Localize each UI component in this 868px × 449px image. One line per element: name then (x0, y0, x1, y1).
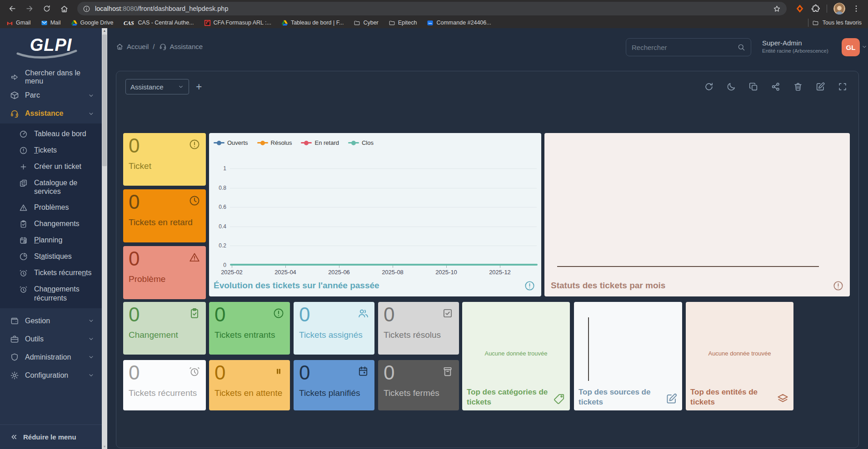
top-categories-card[interactable]: Aucune donnée trouvée Top des catégories… (462, 302, 570, 410)
alert-circle-icon[interactable] (833, 280, 844, 291)
copy-icon[interactable] (748, 82, 758, 92)
bookmark-mail[interactable]: Mail (41, 20, 61, 26)
reload-button[interactable] (39, 1, 55, 16)
legend-item-clos[interactable]: Clos (348, 139, 374, 146)
browser-toolbar: localhost:8080/front/dashboard_helpdesk.… (0, 0, 868, 17)
legend-item-en-retard[interactable]: En retard (301, 139, 339, 146)
submenu-creer-un-ticket[interactable]: Créer un ticket (0, 158, 102, 175)
bookmark-gmail[interactable]: Gmail (6, 20, 31, 26)
scrollbar-thumb[interactable] (102, 35, 107, 166)
bookmark-star-icon[interactable] (773, 5, 781, 13)
counter-card-tickets-assignes[interactable]: 0 Tickets assignés (294, 302, 374, 355)
dashboard-selector[interactable]: Assistance (125, 79, 189, 94)
extensions-puzzle-icon[interactable] (811, 4, 820, 13)
url-bar[interactable]: localhost:8080/front/dashboard_helpdesk.… (77, 2, 787, 15)
evolution-chart-card[interactable]: Ouverts Résolus En retard Clos 1 0.8 0.6… (209, 133, 541, 296)
legend-item-ouverts[interactable]: Ouverts (214, 139, 248, 146)
counter-card-tickets-resolus[interactable]: 0 Tickets résolus (378, 302, 459, 355)
trash-icon[interactable] (793, 82, 803, 92)
counter-card-changement[interactable]: 0 Changement (123, 302, 206, 355)
counter-card-tickets-recurrents[interactable]: 0 Tickets récurrents (123, 360, 206, 410)
breadcrumb-assistance[interactable]: Assistance (159, 43, 203, 50)
chevron-down-icon[interactable] (861, 44, 868, 50)
empty-axis-line (588, 317, 589, 381)
dashboard-toolbar: Assistance + (125, 79, 848, 94)
top-entities-card[interactable]: Aucune donnée trouvée Top des entités de… (686, 302, 793, 410)
counter-card-ticket[interactable]: 0 Ticket (123, 133, 206, 186)
submenu-tickets[interactable]: Tickets (0, 142, 102, 158)
alert-circle-icon[interactable] (524, 280, 535, 291)
scrollbar-up-arrow[interactable]: ▲ (102, 29, 107, 32)
browser-menu-icon[interactable] (852, 4, 861, 13)
all-bookmarks-button[interactable]: Tous les favoris (808, 19, 862, 27)
browser-actions (792, 3, 863, 15)
bookmark-folder-cyber[interactable]: Cyber (354, 20, 378, 26)
search-input[interactable] (632, 44, 737, 51)
bookmark-cas[interactable]: CAS - Central Authe... (124, 20, 194, 26)
search-icon[interactable] (737, 43, 745, 51)
bookmark-tableau[interactable]: Tableau de bord | F... (281, 20, 344, 26)
x-tickmark (232, 266, 232, 268)
bookmark-google-drive[interactable]: Google Drive (71, 20, 114, 26)
chart-title: Top des sources de tickets (579, 387, 666, 407)
chart-title: Statuts des tickets par mois (551, 281, 665, 291)
top-sources-card[interactable]: Top des sources de tickets (574, 302, 682, 410)
user-avatar[interactable]: GL (842, 38, 860, 56)
x-tick: 2025-06 (323, 269, 355, 276)
forward-button[interactable] (22, 1, 37, 16)
submenu-problemes[interactable]: Problèmes (0, 199, 102, 216)
share-icon[interactable] (771, 82, 781, 92)
submenu-tickets-recurrents[interactable]: Tickets récurrents (0, 265, 102, 281)
alarm-icon (189, 365, 200, 377)
counter-label: Tickets planifiés (299, 388, 360, 398)
x-tick: 2025-12 (484, 269, 516, 276)
refresh-icon[interactable] (704, 82, 714, 92)
chevron-down-icon (88, 354, 95, 360)
counter-card-tickets-entrants[interactable]: 0 Tickets entrants (209, 302, 290, 355)
site-info-icon[interactable] (83, 5, 90, 13)
fullscreen-icon[interactable] (838, 82, 848, 92)
submenu-changements[interactable]: Changements (0, 216, 102, 232)
submenu-statistiques[interactable]: Statistiques (0, 248, 102, 265)
legend-item-resolus[interactable]: Résolus (257, 139, 292, 146)
back-button[interactable] (5, 1, 20, 16)
bookmark-folder-epitech[interactable]: Epitech (389, 20, 417, 26)
counter-card-tickets-en-retard[interactable]: 0 Tickets en retard (123, 189, 206, 242)
sidebar-item-assistance[interactable]: Assistance (0, 104, 102, 123)
alarm-icon (19, 285, 28, 294)
user-menu[interactable]: Super-Admin Entité racine (Arborescence) (762, 39, 828, 54)
home-button[interactable] (56, 1, 72, 16)
collapse-menu-button[interactable]: Réduire le menu (0, 424, 102, 449)
global-search[interactable] (626, 38, 751, 56)
profile-avatar[interactable] (833, 3, 845, 15)
breadcrumb-accueil[interactable]: Accueil (116, 43, 149, 50)
bookmark-commande[interactable]: Commande #24406... (427, 20, 491, 26)
add-dashboard-button[interactable]: + (196, 82, 202, 92)
moon-icon[interactable] (726, 82, 736, 92)
submenu-planning[interactable]: Planning (0, 232, 102, 248)
statuts-chart-card[interactable]: Statuts des tickets par mois (544, 133, 850, 296)
counter-card-probleme[interactable]: 0 Problème (123, 246, 206, 299)
sidebar-item-configuration[interactable]: Configuration (0, 366, 102, 385)
edit-icon[interactable] (815, 82, 825, 92)
scrollbar-down-arrow[interactable]: ▼ (102, 445, 107, 448)
submenu-catalogue-de-services[interactable]: Catalogue de services (0, 175, 91, 199)
layers-icon (777, 393, 789, 405)
empty-data-text: Aucune donnée trouvée (462, 350, 570, 357)
sidebar-search-menu[interactable]: Chercher dans le menu (0, 68, 102, 86)
sidebar-item-administration[interactable]: Administration (0, 348, 102, 366)
extension-diamond-icon[interactable] (795, 4, 805, 14)
submenu-tableau-de-bord[interactable]: Tableau de bord (0, 126, 102, 142)
sidebar-scrollbar[interactable]: ▲ ▼ (102, 28, 107, 449)
glpi-logo[interactable]: GLPI (12, 35, 90, 62)
y-tick: 0.4 (209, 223, 226, 230)
sidebar-item-parc[interactable]: Parc (0, 86, 102, 104)
submenu-changements-recurrents[interactable]: Changements récurrents (0, 281, 93, 306)
sidebar-item-gestion[interactable]: Gestion (0, 312, 102, 330)
url-text: localhost:8080/front/dashboard_helpdesk.… (95, 5, 228, 12)
sidebar-item-outils[interactable]: Outils (0, 330, 102, 348)
counter-card-tickets-fermes[interactable]: 0 Tickets fermés (378, 360, 459, 410)
counter-card-tickets-planifies[interactable]: 0 Tickets planifiés (294, 360, 374, 410)
bookmark-cfa[interactable]: CFA Formasup ARL :... (204, 20, 271, 26)
counter-card-tickets-en-attente[interactable]: 0 Tickets en attente (209, 360, 290, 410)
